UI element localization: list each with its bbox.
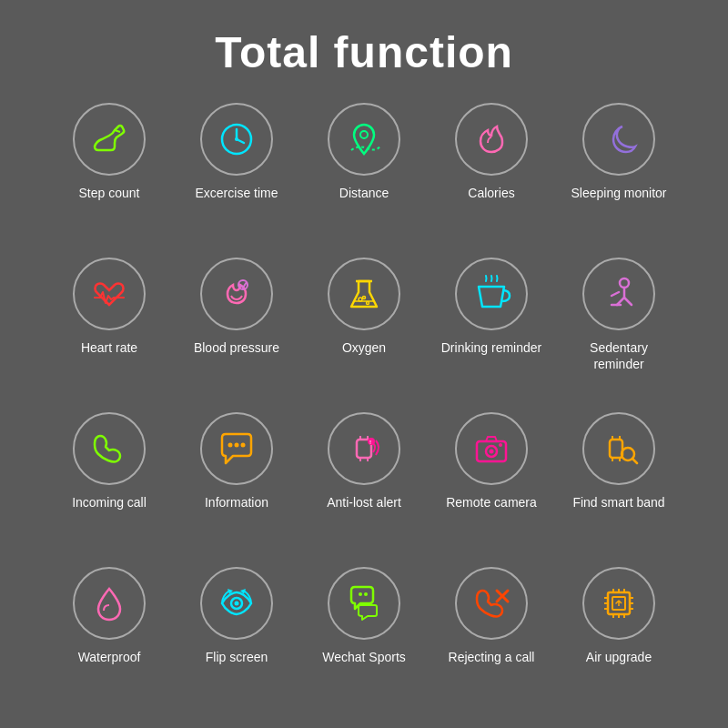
heart-rate-label: Heart rate (81, 339, 137, 356)
sedentary-reminder-icon-circle (582, 258, 655, 330)
feature-calories: Calories (428, 96, 555, 250)
exercise-time-icon-circle (200, 103, 273, 176)
feature-drinking-reminder: Drinking reminder (428, 250, 555, 405)
svg-point-3 (235, 137, 238, 141)
feature-remote-camera: Remote camera (428, 405, 555, 560)
calories-label: Calories (468, 185, 514, 201)
rejecting-call-label: Rejecting a call (449, 649, 535, 665)
svg-point-11 (228, 443, 233, 448)
feature-waterproof: Waterproof (46, 560, 173, 714)
feature-oxygen: Oxygen (300, 250, 428, 405)
find-smart-band-label: Find smart band (572, 494, 664, 511)
feature-heart-rate: Heart rate (46, 250, 173, 405)
waterproof-label: Waterproof (78, 649, 141, 665)
blood-pressure-icon-circle (200, 258, 273, 330)
features-grid: Step count Excercise time Distance (46, 96, 682, 714)
svg-point-9 (363, 297, 366, 299)
feature-distance: Distance (300, 96, 428, 250)
exercise-time-label: Excercise time (195, 185, 278, 201)
svg-point-4 (360, 131, 368, 138)
feature-anti-lost-alert: ! Anti-lost alert (300, 405, 428, 560)
calories-icon-circle (455, 103, 528, 176)
distance-icon-circle (328, 103, 400, 176)
anti-lost-alert-label: Anti-lost alert (327, 494, 401, 511)
feature-rejecting-call: Rejecting a call (428, 560, 555, 714)
svg-point-37 (364, 592, 368, 596)
blood-pressure-label: Blood pressure (194, 339, 279, 356)
waterproof-icon-circle (73, 567, 146, 640)
svg-point-8 (367, 302, 369, 305)
sedentary-reminder-label: Sedentary reminder (564, 339, 673, 372)
incoming-call-icon-circle (73, 412, 146, 485)
air-upgrade-icon-circle (582, 567, 655, 640)
feature-incoming-call: Incoming call (46, 405, 173, 560)
svg-point-24 (499, 443, 502, 447)
svg-point-7 (359, 298, 362, 301)
remote-camera-label: Remote camera (446, 494, 537, 511)
drinking-reminder-icon-circle (455, 258, 528, 330)
incoming-call-label: Incoming call (72, 494, 147, 511)
heart-rate-icon-circle (73, 258, 146, 330)
step-count-icon-circle (73, 103, 146, 176)
sleeping-monitor-label: Sleeping monitor (571, 185, 666, 201)
svg-point-12 (235, 443, 239, 448)
svg-point-36 (359, 592, 362, 596)
svg-point-13 (241, 443, 246, 448)
step-count-label: Step count (79, 185, 140, 201)
feature-sleeping-monitor: Sleeping monitor (555, 96, 682, 250)
svg-point-23 (490, 450, 494, 454)
sleeping-monitor-icon-circle (582, 103, 655, 176)
drinking-reminder-label: Drinking reminder (441, 339, 541, 356)
feature-information: Information (173, 405, 300, 560)
information-icon-circle (200, 412, 273, 485)
information-label: Information (205, 494, 268, 511)
air-upgrade-label: Air upgrade (586, 649, 652, 665)
feature-flip-screen: Flip screen (173, 560, 300, 714)
svg-line-31 (632, 459, 637, 463)
oxygen-label: Oxygen (342, 339, 386, 356)
feature-blood-pressure: Blood pressure (173, 250, 300, 405)
anti-lost-alert-icon-circle: ! (328, 412, 400, 485)
feature-step-count: Step count (46, 96, 173, 250)
flip-screen-label: Flip screen (206, 649, 268, 665)
svg-point-10 (620, 278, 629, 288)
wechat-sports-icon-circle (328, 567, 400, 640)
distance-label: Distance (339, 185, 389, 201)
wechat-sports-label: Wechat Sports (322, 649, 406, 665)
flip-screen-icon-circle (200, 567, 273, 640)
feature-exercise-time: Excercise time (173, 96, 300, 250)
feature-air-upgrade: Air upgrade (555, 560, 682, 714)
find-smart-band-icon-circle (582, 412, 655, 485)
remote-camera-icon-circle (455, 412, 528, 485)
page-title: Total function (215, 27, 513, 77)
rejecting-call-icon-circle (455, 567, 528, 640)
svg-text:!: ! (369, 440, 371, 445)
oxygen-icon-circle (328, 258, 400, 330)
feature-find-smart-band: Find smart band (555, 405, 682, 560)
feature-sedentary-reminder: Sedentary reminder (555, 250, 682, 405)
feature-wechat-sports: Wechat Sports (300, 560, 428, 714)
svg-point-33 (235, 602, 239, 606)
